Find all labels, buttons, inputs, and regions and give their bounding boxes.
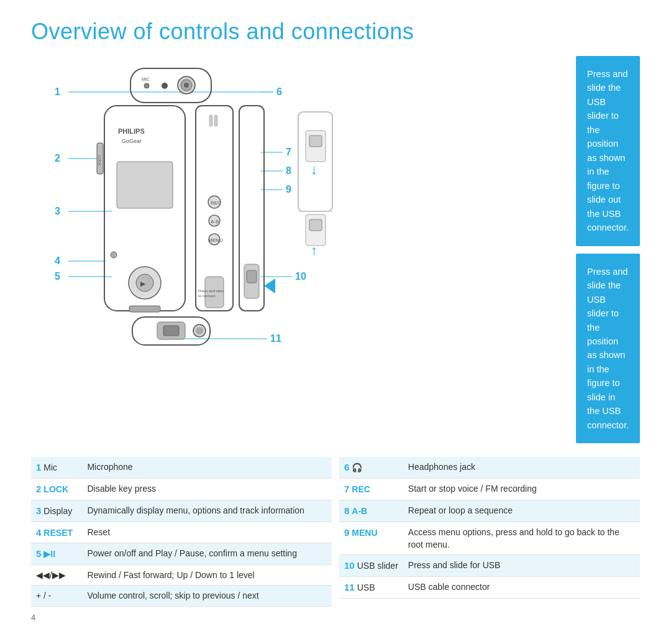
ctrl-desc: Disable key press	[82, 479, 332, 500]
svg-text:9: 9	[286, 184, 291, 195]
ctrl-name: RESET	[43, 528, 73, 538]
ctrl-desc: Volume control, scroll; skip to previous…	[82, 586, 332, 606]
svg-text:PHILIPS: PHILIPS	[118, 127, 145, 135]
table-row: 3DisplayDynamically display menu, option…	[31, 500, 332, 522]
ctrl-name: A-B	[352, 506, 367, 516]
svg-text:7: 7	[286, 147, 291, 157]
device-illustration: 1 6 2 7 8 9 3 4 5	[31, 56, 570, 361]
table-row: ◀◀/▶▶Rewind / Fast forward; Up / Down to…	[31, 565, 332, 586]
ctrl-desc: Repeat or loop a sequence	[403, 500, 640, 522]
svg-text:▶: ▶	[140, 280, 146, 287]
svg-point-25	[162, 83, 168, 89]
row-num: 2	[36, 484, 43, 494]
table-row: 4RESETReset	[31, 522, 332, 543]
table-row: 9MENUAccess menu options, press and hold…	[339, 522, 640, 555]
svg-text:A-B: A-B	[211, 219, 219, 224]
svg-rect-63	[309, 136, 322, 147]
ctrl-name: 🎧	[352, 462, 362, 472]
ctrl-name: Mic	[43, 462, 57, 472]
row-num: 8	[344, 505, 352, 516]
main-content: 1 6 2 7 8 9 3 4 5	[31, 56, 640, 446]
page-title: Overview of controls and connections	[31, 19, 640, 45]
table-right: 6🎧Headphones jack7RECStart or stop voice…	[339, 457, 640, 606]
table-row: 11USBUSB cable connector	[339, 576, 640, 598]
row-num: 4	[36, 527, 43, 538]
row-num: 7	[344, 484, 352, 494]
svg-text:REC: REC	[211, 200, 221, 206]
ctrl-name: MENU	[352, 528, 377, 538]
svg-text:↑: ↑	[311, 242, 317, 258]
callout-box-2: Press and slide the USB slider to the po…	[576, 254, 640, 444]
page-number: 4	[31, 613, 640, 622]
svg-text:Press and slide: Press and slide	[198, 289, 224, 293]
svg-point-35	[111, 252, 117, 258]
table-row: 2LOCKDisable key press	[31, 479, 332, 500]
row-num: 9	[344, 527, 352, 538]
svg-rect-54	[247, 270, 257, 283]
ctrl-name: ◀◀/▶▶	[36, 570, 66, 580]
svg-text:11: 11	[270, 333, 281, 344]
table-row: 5▶IIPower on/off and Play / Pause, confi…	[31, 543, 332, 565]
svg-text:5: 5	[55, 271, 60, 282]
ctrl-name: ▶II	[43, 549, 55, 559]
svg-rect-58	[163, 326, 179, 336]
table-left: 1MicMicrophone2LOCKDisable key press3Dis…	[31, 457, 332, 606]
svg-text:4: 4	[55, 255, 60, 266]
row-num: 11	[344, 582, 357, 592]
svg-text:to connect: to connect	[198, 294, 216, 298]
callout-area: Press and slide the USB slider to the po…	[576, 56, 640, 446]
svg-text:10: 10	[295, 271, 306, 282]
row-num: 5	[36, 548, 43, 559]
svg-text:1: 1	[55, 86, 60, 97]
ctrl-desc: Start or stop voice / FM recording	[403, 479, 640, 500]
callout-box-1: Press and slide the USB slider to the po…	[576, 56, 640, 246]
row-num: 1	[36, 462, 43, 472]
ctrl-desc: Power on/off and Play / Pause, confirm a…	[82, 543, 332, 565]
table-row: 10USB sliderPress and slide for USB	[339, 555, 640, 577]
ctrl-desc: Headphones jack	[403, 457, 640, 478]
row-num: 10	[344, 560, 357, 571]
table-row: + / -Volume control, scroll; skip to pre…	[31, 586, 332, 606]
ctrl-desc: Press and slide for USB	[403, 555, 640, 577]
ctrl-desc: Dynamically display menu, options and tr…	[82, 500, 332, 522]
svg-point-28	[184, 83, 189, 88]
ctrl-desc: Access menu options, press and hold to g…	[403, 522, 640, 555]
svg-point-60	[196, 327, 203, 334]
ctrl-desc: Reset	[82, 522, 332, 543]
svg-text:MIC: MIC	[142, 77, 150, 81]
ctrl-name: LOCK	[43, 484, 68, 494]
svg-text:2: 2	[55, 153, 60, 163]
callout-text-1: Press and slide the USB slider to the po…	[587, 67, 629, 235]
svg-text:MENU: MENU	[208, 237, 223, 243]
row-num: 6	[344, 462, 352, 472]
ctrl-name: + / -	[36, 591, 52, 600]
table-row: 7RECStart or stop voice / FM recording	[339, 479, 640, 500]
table-row: 6🎧Headphones jack	[339, 457, 640, 478]
ctrl-desc: USB cable connector	[403, 576, 640, 598]
controls-table-section: 1MicMicrophone2LOCKDisable key press3Dis…	[31, 457, 640, 606]
svg-marker-55	[264, 278, 275, 293]
svg-rect-67	[309, 219, 322, 231]
svg-rect-39	[129, 306, 160, 312]
svg-text:6: 6	[276, 86, 282, 97]
svg-rect-22	[130, 68, 211, 103]
svg-text:3: 3	[55, 206, 60, 216]
svg-rect-42	[214, 115, 217, 126]
svg-rect-41	[209, 115, 212, 126]
svg-text:GoGear: GoGear	[122, 138, 142, 144]
row-num: 3	[36, 505, 43, 516]
svg-text:↓: ↓	[311, 162, 317, 177]
ctrl-name: USB	[357, 582, 375, 592]
table-row: 8A-BRepeat or loop a sequence	[339, 500, 640, 522]
ctrl-name: REC	[352, 484, 370, 494]
svg-text:8: 8	[286, 165, 291, 176]
svg-point-24	[144, 83, 149, 88]
ctrl-name: Display	[43, 506, 72, 516]
svg-text:LOCK: LOCK	[98, 155, 101, 165]
ctrl-desc: Rewind / Fast forward; Up / Down to 1 le…	[82, 565, 332, 586]
ctrl-desc: Microphone	[82, 457, 332, 478]
callout-text-2: Press and slide the USB slider to the po…	[587, 265, 629, 433]
svg-rect-34	[117, 162, 173, 208]
ctrl-name: USB slider	[357, 561, 398, 571]
table-row: 1MicMicrophone	[31, 457, 332, 478]
